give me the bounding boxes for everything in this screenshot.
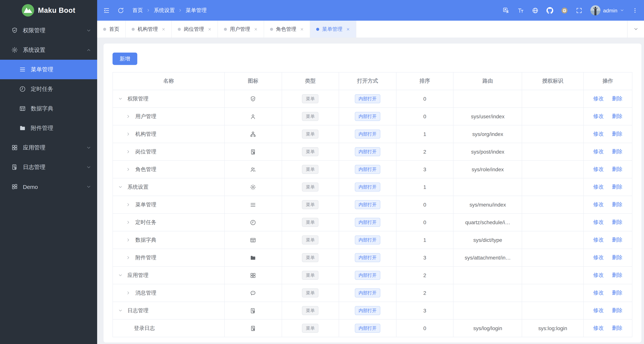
grid-icon (250, 272, 256, 279)
github-icon[interactable] (546, 7, 553, 14)
route-value (454, 284, 522, 302)
fullscreen-icon[interactable] (576, 7, 582, 14)
edit-link[interactable]: 修改 (593, 148, 604, 154)
chevron-right-icon[interactable] (126, 167, 134, 172)
delete-link[interactable]: 删除 (612, 237, 622, 243)
chevron-right-icon[interactable] (126, 132, 134, 136)
sort-value: 0 (396, 319, 453, 337)
sidebar-item[interactable]: 应用管理 (0, 138, 97, 157)
delete-link[interactable]: 删除 (612, 201, 622, 207)
breadcrumb-item[interactable]: 菜单管理 (186, 7, 207, 14)
sidebar-item[interactable]: 数据字典 (0, 99, 97, 118)
edit-link[interactable]: 修改 (593, 166, 604, 172)
menu-name: 岗位管理 (136, 148, 156, 154)
chevron-down-icon[interactable] (118, 308, 126, 313)
close-icon[interactable] (162, 27, 166, 31)
delete-link[interactable]: 删除 (612, 325, 622, 331)
close-icon[interactable] (254, 27, 258, 31)
chevron-down-icon (620, 8, 624, 13)
edit-link[interactable]: 修改 (593, 219, 604, 225)
delete-link[interactable]: 删除 (612, 219, 622, 225)
open-mode-tag: 内部打开 (355, 183, 380, 192)
more-vertical-icon[interactable] (632, 7, 638, 13)
chevron-right-icon[interactable] (126, 149, 134, 154)
edit-link[interactable]: 修改 (593, 307, 604, 313)
delete-link[interactable]: 删除 (612, 254, 622, 260)
table-header-row: 名称 图标 类型 打开方式 排序 路由 授权标识 操作 (113, 72, 632, 90)
sidebar-item-label: 定时任务 (31, 85, 53, 93)
delete-link[interactable]: 删除 (612, 289, 622, 295)
chevron-right-icon[interactable] (126, 255, 134, 260)
refresh-icon[interactable] (118, 7, 124, 14)
delete-link[interactable]: 删除 (612, 131, 622, 137)
menu-fold-icon[interactable] (103, 7, 110, 14)
chevron-down-icon[interactable] (118, 185, 126, 189)
close-icon[interactable] (300, 27, 304, 31)
delete-link[interactable]: 删除 (612, 166, 622, 172)
app-title: Maku Boot (38, 6, 76, 15)
delete-link[interactable]: 删除 (612, 113, 622, 119)
app-logo[interactable]: Maku Boot (0, 0, 97, 21)
chevron-right-icon[interactable] (126, 202, 134, 207)
type-tag: 菜单 (302, 306, 318, 315)
tab[interactable]: 用户管理 (218, 21, 264, 38)
table-icon (19, 105, 26, 112)
tab[interactable]: 机构管理 (126, 21, 172, 38)
tab[interactable]: 岗位管理 (172, 21, 218, 38)
chevron-right-icon[interactable] (126, 238, 134, 242)
globe-icon[interactable] (532, 7, 538, 14)
sidebar-item[interactable]: 定时任务 (0, 79, 97, 99)
sidebar-item[interactable]: 菜单管理 (0, 60, 97, 79)
users-icon (250, 166, 256, 173)
edit-link[interactable]: 修改 (593, 325, 604, 331)
delete-link[interactable]: 删除 (612, 184, 622, 190)
edit-link[interactable]: 修改 (593, 95, 604, 101)
sidebar: Maku Boot 权限管理 系统设置 菜单管理 (0, 0, 97, 344)
font-size-icon[interactable] (517, 7, 524, 14)
tab-label: 机构管理 (138, 26, 158, 33)
edit-link[interactable]: 修改 (593, 272, 604, 278)
tab[interactable]: 菜单管理 (310, 21, 356, 38)
delete-link[interactable]: 删除 (612, 307, 622, 313)
chevron-down-icon[interactable] (118, 97, 126, 101)
chevron-right-icon[interactable] (126, 291, 134, 295)
chevron-right-icon[interactable] (126, 220, 134, 225)
chevron-right-icon[interactable] (126, 114, 134, 119)
sort-value: 1 (396, 125, 453, 143)
sidebar-item[interactable]: 附件管理 (0, 118, 97, 138)
edit-link[interactable]: 修改 (593, 289, 604, 295)
add-button[interactable]: 新增 (112, 53, 137, 65)
route-value (454, 90, 522, 108)
delete-link[interactable]: 删除 (612, 272, 622, 278)
user-menu[interactable]: admin (590, 5, 624, 16)
delete-link[interactable]: 删除 (612, 148, 622, 154)
chevron-down-icon[interactable] (118, 273, 126, 277)
delete-link[interactable]: 删除 (612, 95, 622, 101)
type-tag: 菜单 (302, 271, 318, 280)
edit-link[interactable]: 修改 (593, 184, 604, 190)
tabs-dropdown-button[interactable] (627, 21, 644, 38)
edit-link[interactable]: 修改 (593, 254, 604, 260)
breadcrumb-item[interactable]: 首页 (132, 7, 143, 14)
open-mode-tag: 内部打开 (355, 130, 380, 139)
tab[interactable]: 角色管理 (264, 21, 310, 38)
edit-link[interactable]: 修改 (593, 237, 604, 243)
sidebar-item[interactable]: 系统设置 (0, 40, 97, 60)
breadcrumb-item[interactable]: 系统设置 (154, 7, 175, 14)
edit-link[interactable]: 修改 (593, 113, 604, 119)
tab-dot (316, 28, 319, 31)
sidebar-item[interactable]: 权限管理 (0, 21, 97, 40)
edit-link[interactable]: 修改 (593, 131, 604, 137)
sidebar-item[interactable]: 日志管理 (0, 157, 97, 177)
gitee-icon[interactable] (561, 7, 568, 14)
auth-value (522, 284, 584, 302)
edit-link[interactable]: 修改 (593, 201, 604, 207)
sidebar-item[interactable]: Demo (0, 177, 97, 196)
translate-icon[interactable] (502, 7, 509, 14)
shield-check-icon (11, 27, 18, 34)
close-icon[interactable] (346, 27, 350, 31)
tab[interactable]: 首页 (97, 21, 126, 38)
type-tag: 菜单 (302, 288, 318, 297)
open-mode-tag: 内部打开 (355, 306, 380, 315)
close-icon[interactable] (208, 27, 212, 31)
